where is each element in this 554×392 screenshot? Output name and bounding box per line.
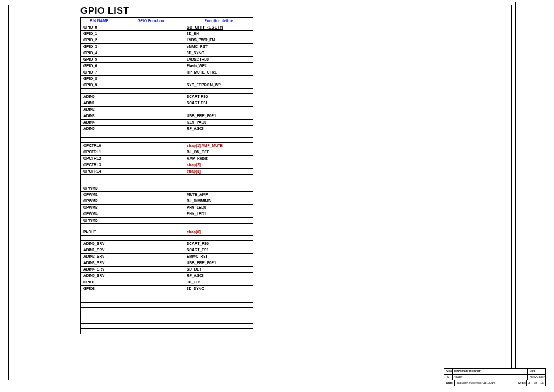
table-row: ADIN4KEY_PAD0: [81, 120, 253, 126]
cell-gpio-function: [117, 82, 184, 89]
cell-pin-name: OPWM4: [81, 211, 117, 218]
table-row: GPIO13D_ED/: [81, 279, 253, 286]
cell-pin-name: OPWM1: [81, 192, 117, 198]
table-row: [81, 329, 253, 334]
table-row: [81, 324, 253, 329]
gpio-table: PIN NAME GPIO Function Function define G…: [80, 18, 253, 334]
cell-gpio-function: [117, 113, 184, 120]
table-row: GPIO_6Flash_WP#: [81, 63, 253, 69]
cell-function-define: [184, 303, 253, 308]
cell-gpio-function: [117, 313, 184, 318]
table-row: ADIN5RF_AGCI: [81, 126, 253, 132]
cell-pin-name: GPIO_2: [81, 37, 117, 44]
cell-function-define: eMMC_RST: [184, 44, 253, 50]
cell-gpio-function: [117, 224, 184, 229]
tb-doc-label: Document Number: [453, 369, 528, 374]
cell-function-define: [184, 76, 253, 82]
cell-gpio-function: [117, 273, 184, 279]
table-row: OPCTRL4strap[3]: [81, 169, 253, 175]
table-row: ADIN1SCART FS1: [81, 100, 253, 107]
cell-function-define: [184, 138, 253, 143]
cell-function-define: [184, 175, 253, 180]
page-title: GPIO LIST: [80, 6, 129, 16]
cell-pin-name: PACLE: [81, 229, 117, 236]
cell-gpio-function: [117, 89, 184, 94]
table-row: [81, 303, 253, 308]
cell-pin-name: [81, 308, 117, 313]
cell-function-define: SCART_FS0: [184, 241, 253, 247]
cell-function-define: 3D_ED/: [184, 279, 253, 286]
cell-pin-name: [81, 175, 117, 180]
cell-function-define: [184, 107, 253, 113]
cell-function-define: strap[1] AMP_MUTE: [184, 143, 253, 149]
table-row: GPIO_8: [81, 76, 253, 82]
table-row: OPWM2BL_DIMMING: [81, 198, 253, 205]
table-row: ADIN3_SRVUSB_ERR_P0P1: [81, 260, 253, 267]
tb-sheet-label: Sheet: [516, 380, 527, 386]
cell-pin-name: ADIN4: [81, 120, 117, 126]
col-gpio-function: GPIO Function: [117, 18, 184, 24]
cell-gpio-function: [117, 324, 184, 329]
table-row: OPCTRL0strap[1] AMP_MUTE: [81, 143, 253, 149]
cell-pin-name: ADIN2_SRV: [81, 254, 117, 260]
cell-gpio-function: [117, 286, 184, 292]
cell-pin-name: ADIN5_SRV: [81, 273, 117, 279]
cell-pin-name: ADIN4_SRV: [81, 267, 117, 273]
cell-gpio-function: [117, 37, 184, 44]
table-row: ADIN4_SRVSD_DET: [81, 267, 253, 273]
cell-function-define: SD_CHIPRESETN: [184, 24, 253, 31]
table-row: OPWM4PHY_LED1: [81, 211, 253, 218]
cell-pin-name: OPWM3: [81, 205, 117, 211]
cell-pin-name: ADIN3: [81, 113, 117, 120]
cell-function-define: [184, 224, 253, 229]
cell-function-define: LVDSCTRL0: [184, 57, 253, 63]
cell-pin-name: GPIO_4: [81, 50, 117, 57]
cell-gpio-function: [117, 132, 184, 138]
tb-doc: <Doc>: [453, 374, 528, 380]
cell-function-define: BL_ON_OFF: [184, 149, 253, 156]
cell-function-define: BL_DIMMING: [184, 198, 253, 205]
cell-pin-name: GPIO_7: [81, 69, 117, 76]
cell-function-define: SD_DET: [184, 267, 253, 273]
cell-function-define: KEY_PAD0: [184, 120, 253, 126]
cell-pin-name: OPCTRL4: [81, 169, 117, 175]
tb-size: C: [444, 374, 453, 380]
table-row: OPWM3PHY_LED0: [81, 205, 253, 211]
cell-gpio-function: [117, 63, 184, 69]
cell-pin-name: ADIN1_SRV: [81, 247, 117, 254]
table-row: GPIO83D_SYNC: [81, 286, 253, 292]
table-row: GPIO_0SD_CHIPRESETN: [81, 24, 253, 31]
cell-function-define: [184, 180, 253, 186]
cell-gpio-function: [117, 107, 184, 113]
table-row: [81, 318, 253, 324]
cell-gpio-function: [117, 44, 184, 50]
cell-gpio-function: [117, 292, 184, 298]
cell-pin-name: [81, 292, 117, 298]
cell-function-define: PHY_LED1: [184, 211, 253, 218]
table-row: [81, 132, 253, 138]
cell-pin-name: GPIO8: [81, 286, 117, 292]
table-row: ADIN0_SRVSCART_FS0: [81, 241, 253, 247]
cell-pin-name: OPCTRL2: [81, 156, 117, 162]
cell-pin-name: OPCTRL0: [81, 143, 117, 149]
table-row: [81, 292, 253, 298]
table-row: OPCTRL2AMP_Reset: [81, 156, 253, 162]
cell-pin-name: ADIN2: [81, 107, 117, 113]
cell-gpio-function: [117, 308, 184, 313]
cell-pin-name: OPCTRL1: [81, 149, 117, 156]
table-row: ADIN3USB_ERR_P0P1: [81, 113, 253, 120]
tb-size-label: Size: [444, 369, 453, 374]
table-row: GPIO_5LVDSCTRL0: [81, 57, 253, 63]
cell-gpio-function: [117, 254, 184, 260]
cell-pin-name: GPIO_0: [81, 24, 117, 31]
cell-pin-name: GPIO_1: [81, 31, 117, 37]
cell-function-define: [184, 318, 253, 324]
table-row: OPWM5: [81, 218, 253, 224]
cell-gpio-function: [117, 211, 184, 218]
table-row: OPWM1MUTE_AMP: [81, 192, 253, 198]
cell-pin-name: OPWM5: [81, 218, 117, 224]
cell-function-define: Flash_WP#: [184, 63, 253, 69]
cell-function-define: SCART FS0: [184, 94, 253, 100]
cell-function-define: [184, 186, 253, 192]
table-row: ADIN2_SRVEMMC_RST: [81, 254, 253, 260]
